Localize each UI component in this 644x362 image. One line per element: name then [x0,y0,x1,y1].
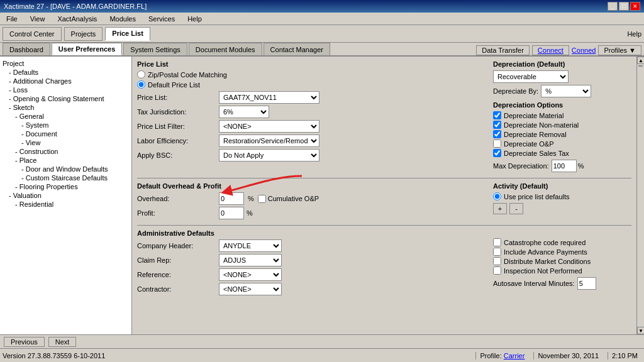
price-list-row: Price List: GAAT7X_NOV11 [137,91,480,104]
sidebar-item-residential[interactable]: - Residential [0,200,131,209]
depreciation-title: Depreciation (Default) [493,60,631,68]
connect-button[interactable]: Connect [532,45,569,55]
price-list-label: Price List: [137,94,219,101]
middle-section: Default Overhead & Profit Overhead: % Cu… [137,182,631,221]
apply-bsc-select[interactable]: Do Not Apply [219,149,319,162]
depreciate-sales-tax-checkbox[interactable] [493,149,501,157]
previous-button[interactable]: Previous [4,337,45,347]
scroll-track [637,64,644,327]
sidebar-item-view[interactable]: - View [0,138,131,147]
depreciate-op-row: Depreciate O&P [493,140,631,148]
projects-button[interactable]: Projects [64,27,103,41]
next-button[interactable]: Next [48,337,77,347]
depreciate-by-select[interactable]: % [541,85,591,97]
max-depreciation-label: Max Depreciation: [493,162,549,170]
depreciate-by-label: Depreciate By: [493,87,538,95]
date-value: November 30, 2011 [533,352,602,359]
sidebar-item-staircase[interactable]: - Custom Staircase Defaults [0,173,131,182]
help-label: Help [627,30,641,38]
price-list-button[interactable]: Price List [105,27,150,41]
sidebar-item-opening-closing[interactable]: - Opening & Closing Statement [0,94,131,103]
profiles-button[interactable]: Profiles ▼ [598,45,641,55]
depreciation-options-title: Depreciation Options [493,101,631,109]
apply-bsc-row: Apply BSC: Do Not Apply [137,149,480,162]
profit-input[interactable] [219,207,244,219]
profit-percent: % [247,209,253,217]
sidebar-item-defaults[interactable]: - Defaults [0,68,131,77]
labor-efficiency-select[interactable]: Restoration/Service/Remodel [219,134,319,147]
tax-jurisdiction-select[interactable]: 6% [219,106,269,118]
scroll-thumb[interactable] [638,65,643,67]
sidebar-item-construction[interactable]: - Construction [0,147,131,156]
inspection-not-performed-checkbox[interactable] [493,266,501,275]
sidebar-item-general[interactable]: - General [0,112,131,121]
catastrophe-code-checkbox[interactable] [493,238,501,246]
sidebar-item-valuation[interactable]: - Valuation [0,191,131,200]
price-list-filter-select[interactable]: <NONE> [219,120,319,133]
content-area: Price List Zip/Postal Code Matching Defa… [132,57,636,334]
autosave-input[interactable] [577,277,596,290]
tab-user-preferences[interactable]: User Preferences [52,43,123,55]
max-depreciation-input[interactable] [552,160,577,172]
depreciation-type-select[interactable]: Recoverable [493,70,569,83]
price-list-select[interactable]: GAAT7X_NOV11 [219,91,319,104]
use-price-list-defaults-radio[interactable] [493,192,501,200]
divider-1 [137,178,631,178]
overhead-row: Overhead: % Cumulative O&P [137,192,480,205]
contractor-select[interactable]: <NONE> [219,283,282,295]
cumulative-op-checkbox[interactable] [258,195,266,203]
activity-minus-button[interactable]: - [509,203,523,214]
status-right: Profile: Carrier November 30, 2011 2:10 … [475,352,641,359]
sidebar-item-additional-charges[interactable]: - Additional Charges [0,77,131,85]
admin-section: Administrative Defaults Company Header: … [137,229,631,297]
menu-services[interactable]: Services [145,14,179,24]
control-center-button[interactable]: Control Center [3,27,62,41]
company-header-select[interactable]: ANYDLE [219,239,282,252]
maximize-button[interactable]: □ [619,2,629,11]
sidebar-item-flooring[interactable]: - Flooring Properties [0,182,131,191]
reference-select[interactable]: <NONE> [219,268,282,281]
scroll-up-arrow[interactable]: ▲ [637,57,644,64]
time-value: 2:10 PM [608,352,641,359]
menu-file[interactable]: File [3,14,21,24]
overhead-input[interactable] [219,192,244,205]
sidebar-item-place[interactable]: - Place [0,156,131,165]
sidebar-item-system[interactable]: - System [0,121,131,129]
depreciation-section: Depreciation (Default) Recoverable Depre… [493,60,631,174]
depreciate-removal-checkbox[interactable] [493,130,501,138]
advance-payments-checkbox[interactable] [493,248,501,256]
divider-2 [137,225,631,226]
minimize-button[interactable]: _ [608,2,618,11]
menu-modules[interactable]: Modules [106,14,140,24]
scroll-down-arrow[interactable]: ▼ [637,327,644,334]
data-transfer-button[interactable]: Data Transfer [476,45,530,55]
price-list-filter-label: Price List Filter: [137,123,219,130]
menu-xactanalysis[interactable]: XactAnalysis [53,14,101,24]
depreciate-nonmaterial-checkbox[interactable] [493,121,501,129]
tab-contact-manager[interactable]: Contact Manager [264,43,330,55]
profile-value[interactable]: Carrier [504,352,525,359]
market-conditions-checkbox[interactable] [493,257,501,265]
cumulative-op-label: Cumulative O&P [268,195,319,202]
claim-rep-select[interactable]: ADJUS [219,254,282,266]
sidebar-item-document[interactable]: - Document [0,129,131,138]
depreciate-material-checkbox[interactable] [493,111,501,119]
sidebar-item-loss[interactable]: - Loss [0,85,131,94]
menu-help[interactable]: Help [184,14,206,24]
tab-system-settings[interactable]: System Settings [123,43,187,55]
depreciate-op-checkbox[interactable] [493,140,501,148]
sidebar-item-sketch[interactable]: - Sketch [0,103,131,112]
sidebar-item-door-window[interactable]: - Door and Window Defaults [0,165,131,173]
zip-postal-radio[interactable] [137,70,145,79]
close-button[interactable]: ✕ [630,2,640,11]
reference-row: Reference: <NONE> [137,268,480,281]
tab-document-modules[interactable]: Document Modules [189,43,262,55]
company-header-row: Company Header: ANYDLE [137,239,480,252]
version-text: Version 27.3.88.73559 6-10-2011 [3,352,475,359]
depreciate-removal-label: Depreciate Removal [504,131,567,138]
activity-plus-button[interactable]: + [493,203,507,214]
default-price-list-radio[interactable] [137,80,145,89]
menu-view[interactable]: View [26,14,49,24]
vertical-scrollbar[interactable]: ▲ ▼ [636,57,644,334]
tab-dashboard[interactable]: Dashboard [3,43,50,55]
